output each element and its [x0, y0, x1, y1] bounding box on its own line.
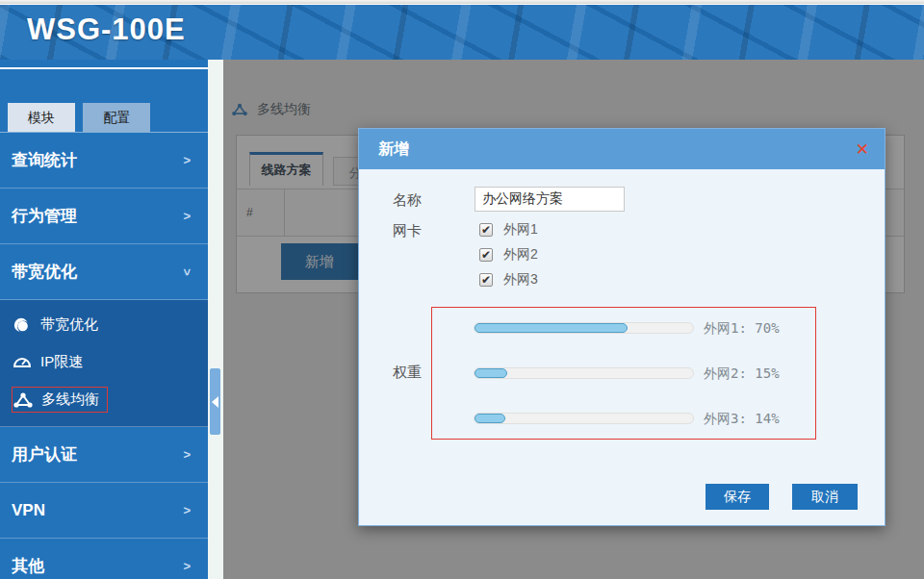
submenu-label: 带宽优化 [40, 315, 98, 334]
weight-slider-row: 外网1: 70% [432, 320, 815, 336]
dialog-header: 新增 ✕ [359, 129, 885, 169]
gauge-icon [12, 354, 33, 371]
red-highlight-box: 多线均衡 [12, 387, 108, 413]
checkbox-wan2[interactable]: ✔ [479, 248, 493, 262]
slider-wan3[interactable] [474, 413, 694, 424]
slider-fill [475, 414, 505, 423]
sidebar-item-behavior-mgmt[interactable]: 行为管理 > [0, 189, 208, 244]
network-icon [13, 391, 34, 409]
tab-config[interactable]: 配置 [83, 103, 150, 132]
weight-slider-row: 外网2: 15% [432, 365, 815, 381]
sidebar-item-other[interactable]: 其他 > [0, 539, 208, 579]
menu-label: 带宽优化 [12, 263, 77, 281]
nic-option-row: ✔ 外网1 [479, 221, 538, 239]
add-dialog: 新增 ✕ 名称 网卡 ✔ 外网1 ✔ 外网2 ✔ 外网3 权重 外网1: 70% [358, 128, 886, 526]
sidebar-item-vpn[interactable]: VPN > [0, 483, 208, 539]
sidebar-menu: 查询统计 > 行为管理 > 带宽优化 > 带宽优化 [0, 132, 208, 579]
top-banner: WSG-100E [0, 5, 924, 60]
sidebar-item-user-auth[interactable]: 用户认证 > [0, 427, 208, 483]
chevron-right-icon: > [183, 539, 191, 579]
checkbox-label: 外网3 [503, 271, 538, 289]
menu-label: VPN [12, 501, 45, 519]
collapse-left-icon [212, 396, 218, 408]
checkbox-label: 外网2 [503, 246, 538, 264]
sidebar-item-query-stats[interactable]: 查询统计 > [0, 133, 208, 189]
close-icon[interactable]: ✕ [856, 141, 869, 158]
weight-slider-row: 外网3: 14% [432, 411, 815, 426]
app-window: WSG-100E 模块 配置 查询统计 > 行为管理 > 带宽优化 > [0, 0, 924, 579]
sidebar: 模块 配置 查询统计 > 行为管理 > 带宽优化 > [0, 60, 208, 579]
name-input[interactable] [475, 187, 625, 212]
checkbox-label: 外网1 [503, 221, 538, 239]
chevron-right-icon: > [183, 483, 191, 539]
slider-wan2[interactable] [474, 367, 694, 379]
chevron-right-icon: > [183, 189, 191, 244]
sidebar-divider [0, 67, 208, 69]
submenu-label: 多线均衡 [41, 390, 99, 409]
slider-fill [475, 368, 507, 378]
submenu-item-bandwidth-opt[interactable]: 带宽优化 [0, 306, 208, 343]
checkbox-wan3[interactable]: ✔ [479, 273, 493, 287]
nic-option-row: ✔ 外网2 [479, 246, 538, 264]
menu-label: 行为管理 [12, 207, 77, 225]
name-label: 名称 [393, 191, 422, 210]
slider-fill [475, 323, 628, 333]
chevron-right-icon: > [183, 427, 191, 483]
menu-label: 用户认证 [12, 445, 77, 464]
submenu-item-ip-limit[interactable]: IP限速 [0, 343, 208, 381]
checkbox-wan1[interactable]: ✔ [479, 223, 493, 237]
chevron-down-icon: > [159, 268, 215, 276]
sidebar-collapse-handle[interactable] [210, 368, 220, 435]
submenu-item-multiline-balance[interactable]: 多线均衡 [0, 381, 208, 418]
sidebar-submenu: 带宽优化 IP限速 [0, 300, 208, 427]
slider-wan1[interactable] [474, 322, 694, 334]
nic-option-row: ✔ 外网3 [479, 271, 538, 289]
save-button[interactable]: 保存 [706, 484, 769, 510]
nic-label: 网卡 [393, 222, 422, 240]
dialog-title: 新增 [378, 139, 856, 160]
brand-logo: WSG-100E [27, 13, 186, 47]
weight-annotation-box: 外网1: 70% 外网2: 15% 外网3: 14% [431, 307, 816, 440]
chevron-right-icon: > [183, 133, 191, 189]
weight-label: 权重 [393, 364, 422, 382]
menu-label: 查询统计 [12, 151, 77, 169]
sidebar-gutter [208, 60, 223, 579]
cancel-button[interactable]: 取消 [792, 484, 858, 510]
circle-icon [12, 316, 33, 334]
sidebar-tabs: 模块 配置 [8, 103, 208, 132]
submenu-label: IP限速 [40, 353, 83, 371]
tab-modules[interactable]: 模块 [8, 103, 75, 132]
menu-label: 其他 [12, 557, 44, 575]
weight-value-label: 外网3: 14% [704, 411, 780, 428]
weight-value-label: 外网1: 70% [704, 320, 780, 338]
weight-value-label: 外网2: 15% [704, 365, 780, 383]
sidebar-item-bandwidth-opt[interactable]: 带宽优化 > [0, 244, 208, 300]
